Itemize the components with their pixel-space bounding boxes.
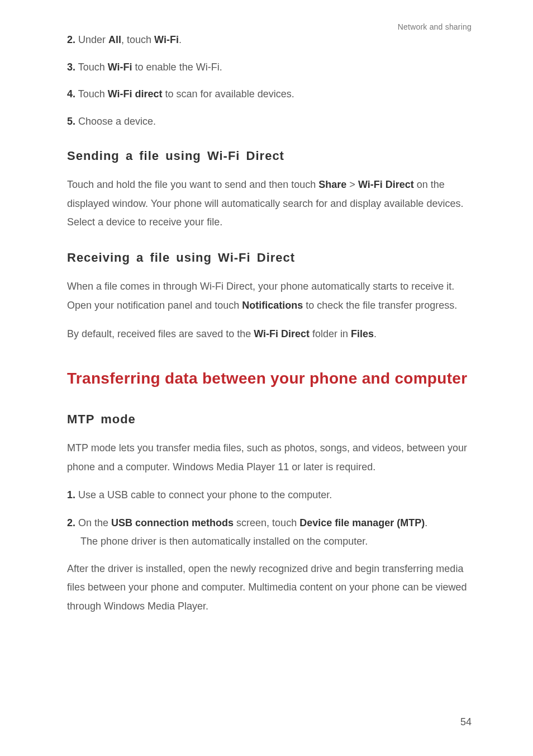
paragraph: MTP mode lets you transfer media files, … (67, 439, 472, 476)
subsection-heading: MTP mode (67, 412, 472, 427)
step-item: 3. Touch Wi-Fi to enable the Wi-Fi. (67, 59, 472, 76)
bold-text: Wi-Fi Direct (358, 179, 414, 190)
step-text: Under (75, 34, 108, 45)
text-run: > (346, 179, 358, 190)
bold-text: All (108, 34, 121, 45)
step-text: . (179, 34, 182, 45)
bold-text: Files (351, 328, 374, 339)
text-run: . (374, 328, 377, 339)
text-run: By default, received files are saved to … (67, 328, 254, 339)
bold-text: Wi-Fi direct (108, 88, 163, 100)
bold-text: Wi-Fi (108, 62, 132, 73)
step-text: , touch (121, 34, 154, 45)
text-run: Touch and hold the file you want to send… (67, 179, 318, 190)
step-text: . (425, 517, 427, 528)
subsection-heading: Sending a file using Wi-Fi Direct (67, 149, 472, 163)
section-header: Network and sharing (398, 22, 472, 31)
paragraph: Touch and hold the file you want to send… (67, 176, 472, 231)
bold-text: Notifications (242, 300, 303, 311)
step-number: 2. (67, 34, 75, 45)
bold-text: USB connection methods (111, 517, 234, 528)
subsection-heading: Receiving a file using Wi-Fi Direct (67, 251, 472, 265)
step-number: 5. (67, 116, 75, 127)
paragraph: After the driver is installed, open the … (67, 560, 472, 616)
text-run: folder in (310, 328, 351, 339)
step-number: 1. (67, 489, 75, 500)
step-text: to scan for available devices. (163, 88, 294, 100)
step-item: 1. Use a USB cable to connect your phone… (67, 486, 472, 504)
step-number: 3. (67, 62, 75, 73)
step-item: 2. On the USB connection methods screen,… (67, 514, 472, 551)
step-number: 2. (67, 517, 75, 528)
text-run: to check the file transfer progress. (303, 300, 457, 311)
step-text: Choose a device. (75, 116, 156, 127)
step-text: Touch (75, 88, 108, 100)
step-text: screen, touch (234, 517, 299, 528)
step-item: 2. Under All, touch Wi-Fi. (67, 31, 472, 49)
step-text: to enable the Wi-Fi. (132, 62, 222, 73)
step-text: On the (75, 517, 111, 528)
bold-text: Wi-Fi Direct (254, 328, 310, 339)
step-subtext: The phone driver is then automatically i… (67, 532, 472, 551)
bold-text: Wi-Fi (154, 34, 179, 45)
step-item: 5. Choose a device. (67, 113, 472, 130)
bold-text: Device file manager (MTP) (299, 517, 425, 528)
step-text: Use a USB cable to connect your phone to… (75, 489, 332, 500)
page-number: 54 (460, 716, 472, 728)
paragraph: By default, received files are saved to … (67, 325, 472, 343)
step-number: 4. (67, 88, 75, 100)
step-text: Touch (75, 62, 108, 73)
section-title: Transferring data between your phone and… (67, 363, 472, 393)
step-item: 4. Touch Wi-Fi direct to scan for availa… (67, 86, 472, 103)
paragraph: When a file comes in through Wi-Fi Direc… (67, 277, 472, 315)
bold-text: Share (318, 179, 346, 190)
document-page: Network and sharing 2. Under All, touch … (0, 0, 533, 756)
